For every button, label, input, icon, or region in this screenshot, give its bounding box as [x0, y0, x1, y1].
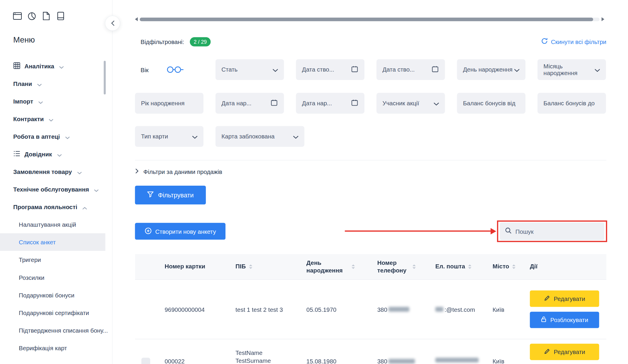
card-blocked-select[interactable]: Карта заблокована: [215, 126, 304, 147]
subitem-label: Налаштування акцій: [19, 221, 76, 228]
annotation-arrow-head: [491, 228, 496, 235]
sidebar-item-analytics[interactable]: Аналітика: [0, 57, 112, 75]
bonus-balance-from-placeholder: Баланс бонусів від: [463, 100, 515, 107]
birth-date-to-label: Дата нар...: [302, 100, 332, 107]
birth-year-placeholder: Рік народження: [141, 100, 185, 107]
sidebar-item-directory[interactable]: Довідник: [0, 145, 112, 163]
chevron-down-icon: [57, 151, 62, 158]
table-row: 000022 TestName TestSurname 15.08.1980 3…: [135, 339, 607, 364]
sidebar-item-loyalty-program[interactable]: Програма лояльності: [0, 198, 112, 216]
sidebar-nav: Аналітика Плани Імпорт Контракти Робота …: [0, 57, 112, 356]
sidebar-subitem-promo-settings[interactable]: Налаштування акцій: [0, 216, 112, 233]
subitem-label: Подарункові сертифікати: [19, 309, 89, 316]
sidebar-item-pharmacy-work[interactable]: Робота в аптеці: [0, 128, 112, 145]
sidebar-item-maintenance[interactable]: Технічне обслуговування: [0, 180, 112, 198]
email-suffix: :@test.com: [445, 306, 475, 313]
sidebar-item-plans[interactable]: Плани: [0, 75, 112, 92]
pencil-icon: [544, 295, 550, 302]
create-questionnaire-button[interactable]: Створити нову анкету: [135, 223, 225, 240]
slider-handle-max[interactable]: [175, 66, 181, 73]
sort-icon[interactable]: [512, 265, 516, 269]
sidebar-subitem-triggers[interactable]: Тригери: [0, 251, 112, 268]
annotation-arrow-line: [345, 231, 491, 232]
scrollbar-thumb[interactable]: [140, 17, 593, 21]
bonus-balance-from-input[interactable]: Баланс бонусів від: [457, 93, 525, 114]
sort-icon[interactable]: [249, 265, 252, 269]
date-created-to-picker[interactable]: Дата ство...: [376, 59, 445, 80]
birth-date-to-picker[interactable]: Дата нар...: [296, 93, 364, 114]
cell-city: Київ: [493, 358, 530, 364]
sort-icon[interactable]: [468, 265, 472, 269]
header-city: Місто: [493, 263, 509, 270]
row-checkbox[interactable]: [142, 358, 150, 364]
window-icon[interactable]: [12, 11, 22, 21]
cell-full-name: test 1 test 2 test 3: [235, 306, 306, 313]
age-label: Вік: [141, 66, 149, 73]
cell-card-number: 000022: [165, 358, 235, 364]
sidebar-scrollbar[interactable]: [104, 61, 106, 94]
birth-year-input[interactable]: Рік народження: [135, 93, 203, 114]
age-range-slider[interactable]: [167, 66, 185, 73]
funnel-icon: [147, 191, 154, 199]
date-created-from-picker[interactable]: Дата ство...: [296, 59, 364, 80]
sidebar-item-contracts[interactable]: Контракти: [0, 110, 112, 128]
filter-row-1: Вік Стать Дата ство... Дата ство.: [135, 59, 607, 80]
scroll-right-arrow-icon[interactable]: [602, 17, 605, 21]
sidebar-subitem-questionnaire-list[interactable]: Список анкет: [0, 233, 105, 251]
sidebar-subitem-bonus-writeoff-confirmation[interactable]: Підтвердження списання бону...: [0, 321, 112, 339]
pie-chart-icon[interactable]: [27, 11, 36, 21]
sidebar-subitem-mailings[interactable]: Розсилки: [0, 268, 112, 286]
apply-filter-button[interactable]: Фільтрувати: [135, 186, 206, 204]
slider-handle-min[interactable]: [167, 66, 174, 73]
cell-full-name: TestName TestSurname: [235, 349, 306, 364]
search-icon: [505, 227, 512, 236]
chevron-down-icon: [434, 100, 439, 106]
sales-filters-label: Фільтри за даними продажів: [143, 168, 222, 175]
gender-select[interactable]: Стать: [215, 59, 284, 80]
chevron-down-icon: [273, 66, 278, 73]
sort-icon[interactable]: [352, 265, 355, 269]
header-card-number: Номер картки: [165, 263, 205, 270]
gender-label: Стать: [221, 66, 238, 73]
sidebar-subitem-card-verification[interactable]: Верифікація карт: [0, 339, 112, 356]
promo-participant-select[interactable]: Учасник акції: [376, 93, 445, 114]
edit-button[interactable]: Редагувати: [530, 344, 599, 360]
main-content: Відфільтровані: 2 / 29 Скинути всі фільт…: [112, 0, 628, 364]
birthday-month-label: Місяць народження: [543, 63, 591, 77]
bonus-balance-to-placeholder: Баланс бонусів до: [543, 100, 595, 107]
reset-all-filters-link[interactable]: Скинути всі фільтри: [541, 38, 606, 45]
search-input[interactable]: [516, 228, 599, 235]
birthday-day-select[interactable]: День народження: [457, 59, 525, 80]
sales-filters-toggle[interactable]: Фільтри за даними продажів: [135, 166, 222, 177]
subitem-label: Верифікація карт: [19, 344, 67, 351]
edit-button[interactable]: Редагувати: [530, 290, 599, 307]
sidebar-item-label: Імпорт: [13, 98, 33, 105]
unlock-icon: [541, 316, 547, 324]
card-type-select[interactable]: Тип карти: [135, 126, 203, 147]
questionnaire-table: Номер картки ПІБ День народження Номер т…: [135, 254, 607, 364]
birthday-month-select[interactable]: Місяць народження: [538, 59, 606, 80]
chevron-down-icon: [192, 133, 198, 140]
sidebar-collapse-button[interactable]: [105, 16, 120, 31]
sidebar-subitem-gift-certificates[interactable]: Подарункові сертифікати: [0, 304, 112, 321]
sort-icon[interactable]: [413, 265, 416, 269]
filtered-label: Відфільтровані:: [141, 38, 184, 45]
create-questionnaire-label: Створити нову анкету: [155, 228, 216, 235]
unblock-button[interactable]: Розблокувати: [530, 312, 599, 328]
scrollbar-track[interactable]: [140, 17, 600, 21]
header-email: Ел. пошта: [435, 263, 465, 270]
filter-row-2: Рік народження Дата нар... Дата нар... У…: [135, 93, 607, 114]
scroll-left-arrow-icon[interactable]: [135, 17, 138, 21]
birth-date-from-picker[interactable]: Дата нар...: [215, 93, 284, 114]
search-box[interactable]: [500, 222, 604, 240]
sidebar-item-goods-order[interactable]: Замовлення товару: [0, 163, 112, 180]
sidebar-item-label: Контракти: [13, 116, 44, 122]
age-filter: Вік: [135, 59, 203, 80]
bonus-balance-to-input[interactable]: Баланс бонусів до: [538, 93, 606, 114]
sidebar-subitem-gift-bonuses[interactable]: Подарункові бонуси: [0, 286, 112, 304]
book-icon[interactable]: [56, 11, 65, 21]
sidebar-item-import[interactable]: Імпорт: [0, 92, 112, 110]
filter-summary-row: Відфільтровані: 2 / 29 Скинути всі фільт…: [135, 36, 607, 47]
document-icon[interactable]: [41, 11, 51, 21]
cell-email: :@test.com: [435, 306, 493, 313]
